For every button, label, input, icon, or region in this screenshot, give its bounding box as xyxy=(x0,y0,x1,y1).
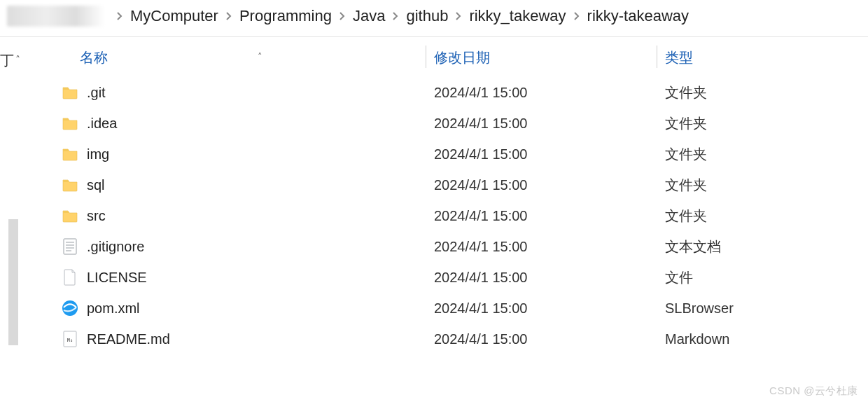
file-name-cell: LICENSE xyxy=(20,269,426,286)
file-date-cell: 2024/4/1 15:00 xyxy=(426,239,657,255)
file-name-label: .gitignore xyxy=(87,239,144,255)
file-name-label: .git xyxy=(87,85,106,101)
folder-icon xyxy=(62,84,78,101)
file-name-label: README.md xyxy=(87,331,170,347)
chevron-right-icon xyxy=(573,11,580,21)
file-name-cell: img xyxy=(20,146,426,162)
file-row[interactable]: README.md2024/4/1 15:00Markdown xyxy=(20,324,868,354)
file-date-cell: 2024/4/1 15:00 xyxy=(426,331,657,347)
chevron-right-icon xyxy=(339,11,346,21)
file-type-cell: 文件夹 xyxy=(657,176,868,195)
file-row[interactable]: .git2024/4/1 15:00文件夹 xyxy=(20,77,868,108)
folder-icon xyxy=(62,146,78,162)
breadcrumb-item[interactable]: rikky-takeaway xyxy=(587,7,689,25)
chevron-right-icon xyxy=(225,11,232,21)
file-name-cell: .idea xyxy=(20,115,426,132)
gutter-label: 丁 xyxy=(0,51,14,70)
watermark: CSDN @云兮杜康 xyxy=(769,384,858,398)
file-list-area: 名称 ˄ 修改日期 类型 .git2024/4/1 15:00文件夹.idea2… xyxy=(20,37,868,402)
breadcrumb-item[interactable]: Java xyxy=(353,7,385,25)
file-row[interactable]: src2024/4/1 15:00文件夹 xyxy=(20,200,868,231)
md-icon xyxy=(62,331,78,347)
breadcrumb-item[interactable]: Programming xyxy=(239,7,332,25)
chevron-right-icon xyxy=(116,11,123,21)
file-type-cell: 文件 xyxy=(657,268,868,287)
chevron-right-icon xyxy=(455,11,462,21)
breadcrumb-item[interactable]: github xyxy=(406,7,448,25)
main-area: 丁 ˄ 名称 ˄ 修改日期 类型 .git2024/4/1 15:00文件夹.i… xyxy=(0,37,868,402)
file-date-cell: 2024/4/1 15:00 xyxy=(426,208,657,224)
file-name-label: pom.xml xyxy=(87,300,140,317)
folder-icon xyxy=(62,176,78,193)
file-type-cell: SLBrowser xyxy=(657,300,868,317)
file-type-cell: 文本文档 xyxy=(657,237,868,256)
file-type-cell: 文件夹 xyxy=(657,145,868,164)
file-type-cell: 文件夹 xyxy=(657,114,868,133)
folder-icon xyxy=(62,207,78,224)
file-icon xyxy=(62,269,78,286)
file-name-label: .idea xyxy=(87,116,117,132)
file-name-cell: .gitignore xyxy=(20,238,426,255)
file-name-label: img xyxy=(87,146,109,162)
file-date-cell: 2024/4/1 15:00 xyxy=(426,85,657,101)
file-date-cell: 2024/4/1 15:00 xyxy=(426,146,657,162)
file-row[interactable]: LICENSE2024/4/1 15:00文件 xyxy=(20,262,868,293)
file-name-label: src xyxy=(87,208,106,224)
breadcrumb-item[interactable]: rikky_takeway xyxy=(469,7,566,25)
file-name-cell: src xyxy=(20,207,426,224)
chevron-right-icon xyxy=(392,11,399,21)
breadcrumb-root-blur xyxy=(7,6,105,27)
sort-caret-icon: ˄ xyxy=(258,51,262,62)
left-gutter: 丁 ˄ xyxy=(0,37,20,402)
column-header-label: 修改日期 xyxy=(434,50,490,65)
file-type-cell: Markdown xyxy=(657,331,868,347)
file-name-cell: pom.xml xyxy=(20,300,426,317)
column-header-label: 类型 xyxy=(665,50,693,65)
file-row[interactable]: sql2024/4/1 15:00文件夹 xyxy=(20,169,868,200)
browser-icon xyxy=(62,300,78,317)
file-type-cell: 文件夹 xyxy=(657,83,868,102)
file-name-cell: README.md xyxy=(20,331,426,347)
folder-icon xyxy=(62,115,78,132)
column-header-name[interactable]: 名称 ˄ xyxy=(20,48,426,67)
breadcrumb: MyComputer Programming Java github rikky… xyxy=(0,0,868,37)
file-row[interactable]: .gitignore2024/4/1 15:00文本文档 xyxy=(20,231,868,262)
scrollbar-track[interactable] xyxy=(8,219,18,345)
file-rows: .git2024/4/1 15:00文件夹.idea2024/4/1 15:00… xyxy=(20,77,868,354)
column-header-label: 名称 xyxy=(80,50,108,65)
file-row[interactable]: .idea2024/4/1 15:00文件夹 xyxy=(20,108,868,139)
file-name-cell: .git xyxy=(20,84,426,101)
text-icon xyxy=(62,238,78,255)
file-date-cell: 2024/4/1 15:00 xyxy=(426,300,657,317)
file-name-label: sql xyxy=(87,177,105,193)
column-header-type[interactable]: 类型 xyxy=(657,48,868,67)
file-name-cell: sql xyxy=(20,176,426,193)
file-date-cell: 2024/4/1 15:00 xyxy=(426,177,657,193)
column-headers: 名称 ˄ 修改日期 类型 xyxy=(20,41,868,77)
file-row[interactable]: pom.xml2024/4/1 15:00SLBrowser xyxy=(20,293,868,324)
file-type-cell: 文件夹 xyxy=(657,207,868,226)
file-date-cell: 2024/4/1 15:00 xyxy=(426,116,657,132)
breadcrumb-item[interactable]: MyComputer xyxy=(130,7,218,25)
file-name-label: LICENSE xyxy=(87,270,147,286)
file-row[interactable]: img2024/4/1 15:00文件夹 xyxy=(20,139,868,169)
column-header-date[interactable]: 修改日期 xyxy=(426,48,657,67)
file-date-cell: 2024/4/1 15:00 xyxy=(426,270,657,286)
